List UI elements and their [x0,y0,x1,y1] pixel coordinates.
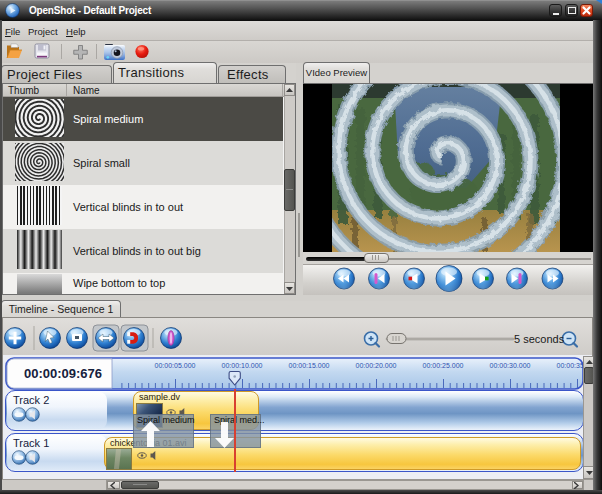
svg-text:00:00:30.000: 00:00:30.000 [490,362,531,369]
svg-text:00:00:35.000: 00:00:35.000 [557,362,584,369]
svg-text:00:00:10.000: 00:00:10.000 [222,362,263,369]
svg-text:5 seconds: 5 seconds [514,333,565,345]
svg-text:00:00:05.000: 00:00:05.000 [155,362,196,369]
svg-text:00:00:15.000: 00:00:15.000 [289,362,330,369]
svg-text:00:00:09:676: 00:00:09:676 [24,366,102,381]
svg-text:00:00:20.000: 00:00:20.000 [356,362,397,369]
svg-text:00:00:25.000: 00:00:25.000 [423,362,464,369]
